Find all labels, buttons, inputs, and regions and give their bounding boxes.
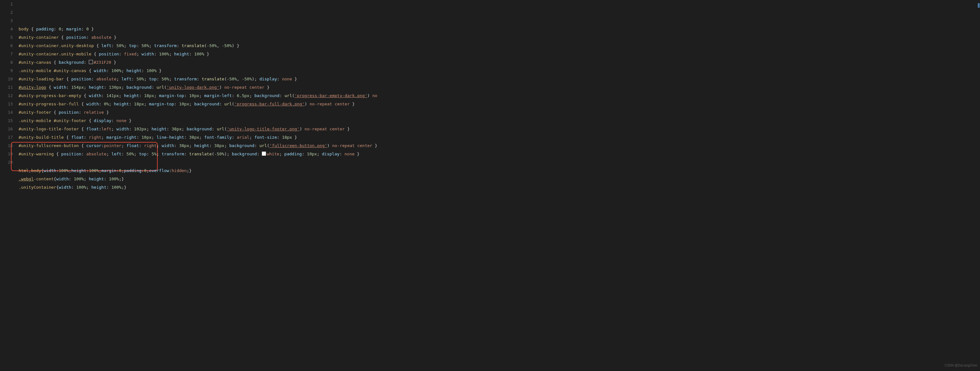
- code-line[interactable]: .unity-mobile #unity-footer { display: n…: [19, 116, 974, 125]
- code-line[interactable]: #unity-progress-bar-empty { width: 141px…: [19, 92, 974, 100]
- code-line[interactable]: #unity-fullscreen-button { cursor:pointe…: [19, 142, 974, 150]
- code-line[interactable]: #unity-container { position: absolute }: [19, 33, 974, 41]
- code-line[interactable]: .unityContainer{width: 100%; height: 100…: [19, 183, 974, 191]
- line-number: 9: [3, 67, 13, 75]
- line-number: 3: [3, 17, 13, 25]
- code-line[interactable]: #unity-canvas { background: #231F20 }: [19, 58, 974, 67]
- line-number: 8: [3, 58, 13, 67]
- line-number: 4: [3, 25, 13, 33]
- line-number: 1: [3, 0, 13, 8]
- code-line[interactable]: #unity-container.unity-desktop { left: 5…: [19, 41, 974, 50]
- code-line[interactable]: #unity-loading-bar { position: absolute;…: [19, 75, 974, 83]
- code-line[interactable]: #unity-warning { position: absolute; lef…: [19, 150, 974, 158]
- code-line[interactable]: #unity-footer { position: relative }: [19, 108, 974, 116]
- code-line[interactable]: #unity-progress-bar-full { width: 0%; he…: [19, 100, 974, 108]
- line-number: 17: [3, 133, 13, 142]
- code-area[interactable]: body { padding: 0; margin: 0 }#unity-con…: [19, 0, 980, 191]
- scrollbar-marker: [978, 3, 980, 8]
- code-line[interactable]: .webgl-content{width: 100%; height: 100%…: [19, 175, 974, 183]
- code-line[interactable]: #unity-build-title { float: right; margi…: [19, 133, 974, 142]
- code-line[interactable]: html,body{width:100%;height:100%;margin:…: [19, 167, 974, 175]
- color-swatch: [262, 151, 266, 156]
- line-number-gutter: 1234567891011121314151617181920: [0, 0, 19, 191]
- code-editor[interactable]: 1234567891011121314151617181920 body { p…: [0, 0, 980, 191]
- line-number: 16: [3, 125, 13, 133]
- line-number: 18: [3, 142, 13, 150]
- line-number: 6: [3, 41, 13, 50]
- code-line[interactable]: body { padding: 0; margin: 0 }: [19, 25, 974, 33]
- line-number: 11: [3, 83, 13, 92]
- line-number: 15: [3, 116, 13, 125]
- code-line[interactable]: [19, 158, 974, 167]
- code-line[interactable]: #unity-container.unity-mobile { position…: [19, 50, 974, 58]
- code-line[interactable]: .unity-mobile #unity-canvas { width: 100…: [19, 67, 974, 75]
- color-swatch: [89, 60, 93, 64]
- line-number: 5: [3, 33, 13, 41]
- line-number: 10: [3, 75, 13, 83]
- code-line[interactable]: #unity-logo { width: 154px; height: 130p…: [19, 83, 974, 92]
- line-number: 12: [3, 92, 13, 100]
- line-number: 14: [3, 108, 13, 116]
- code-line[interactable]: #unity-logo-title-footer { float:left; w…: [19, 125, 974, 133]
- line-number: 13: [3, 100, 13, 108]
- line-number: 19: [3, 150, 13, 158]
- line-number: 2: [3, 8, 13, 17]
- line-number: 7: [3, 50, 13, 58]
- line-number: 20: [3, 158, 13, 167]
